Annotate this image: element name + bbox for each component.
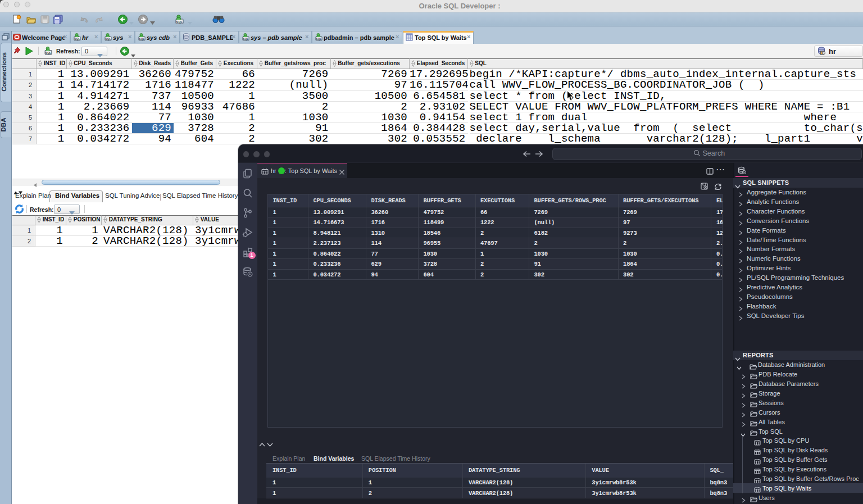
svg-text:SQL: SQL [316,38,322,40]
svg-text:SQL: SQL [139,38,145,40]
svg-text:SQL: SQL [75,38,80,40]
svg-text:SQL: SQL [46,51,52,55]
svg-text:SQL: SQL [176,20,183,24]
svg-text:SQL: SQL [106,38,111,40]
svg-text:SQL: SQL [243,38,249,40]
